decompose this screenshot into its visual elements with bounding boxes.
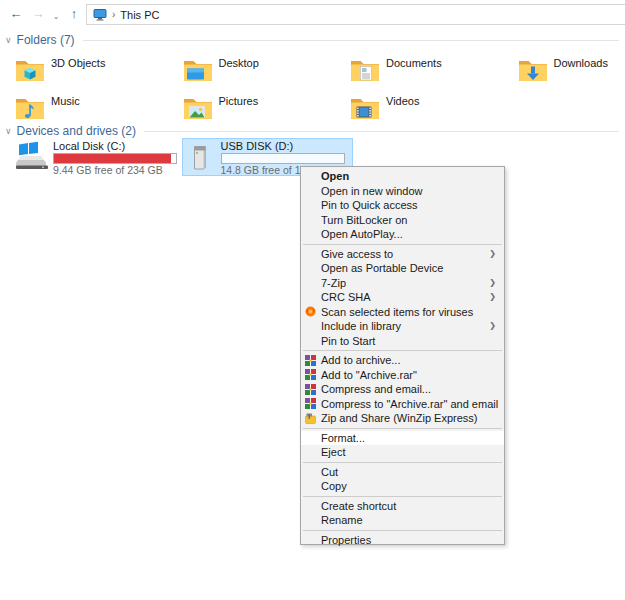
menu-item-label: Scan selected items for viruses bbox=[321, 306, 473, 318]
winrar-icon bbox=[305, 369, 316, 380]
folder-downloads-icon bbox=[517, 54, 549, 86]
menu-item-open-as-portable-device[interactable]: Open as Portable Device bbox=[301, 261, 504, 276]
drives-group-title: Devices and drives (2) bbox=[17, 124, 136, 138]
file-explorer-window: ← → ⌄ ↑ › This PC ∨ Folders (7) bbox=[0, 0, 625, 600]
menu-item-pin-to-quick-access[interactable]: Pin to Quick access bbox=[301, 198, 504, 213]
folder-tile-3d-objects[interactable]: 3D Objects bbox=[14, 54, 176, 88]
folder-label: Desktop bbox=[219, 54, 259, 69]
forward-button[interactable]: → bbox=[30, 6, 46, 22]
folder-tile-downloads[interactable]: Downloads bbox=[517, 54, 625, 88]
folder-tile-videos[interactable]: Videos bbox=[349, 92, 511, 126]
folders-group-title: Folders (7) bbox=[17, 33, 75, 47]
menu-item-crc-sha[interactable]: CRC SHA bbox=[301, 290, 504, 305]
drive-usage-fill bbox=[54, 154, 171, 163]
menu-item-add-to-archive[interactable]: Add to archive... bbox=[301, 353, 504, 368]
menu-item-zip-and-share[interactable]: Zip and Share (WinZip Express) bbox=[301, 411, 504, 426]
drive-name: USB DISK (D:) bbox=[221, 140, 345, 152]
menu-item-label: Add to archive... bbox=[321, 354, 401, 366]
folder-music-icon bbox=[14, 92, 46, 124]
drive-name: Local Disk (C:) bbox=[53, 140, 177, 152]
menu-item-give-access-to[interactable]: Give access to bbox=[301, 247, 504, 262]
menu-item-cut[interactable]: Cut bbox=[301, 465, 504, 480]
address-bar[interactable]: › This PC bbox=[86, 4, 625, 25]
menu-item-create-shortcut[interactable]: Create shortcut bbox=[301, 499, 504, 514]
menu-separator bbox=[303, 428, 502, 429]
menu-separator bbox=[303, 496, 502, 497]
breadcrumb[interactable]: This PC bbox=[120, 9, 159, 21]
folder-tile-pictures[interactable]: Pictures bbox=[182, 92, 344, 126]
menu-item-open-autoplay[interactable]: Open AutoPlay... bbox=[301, 227, 504, 242]
breadcrumb-separator: › bbox=[112, 9, 115, 20]
menu-item-eject[interactable]: Eject bbox=[301, 445, 504, 460]
group-divider bbox=[83, 40, 619, 41]
menu-item-include-in-library[interactable]: Include in library bbox=[301, 319, 504, 334]
drive-usage-bar bbox=[221, 153, 345, 164]
menu-separator bbox=[303, 462, 502, 463]
winrar-icon bbox=[305, 384, 316, 395]
up-button[interactable]: ↑ bbox=[66, 6, 82, 22]
menu-item-copy[interactable]: Copy bbox=[301, 479, 504, 494]
folder-label: Downloads bbox=[554, 54, 608, 69]
menu-item-scan-for-viruses[interactable]: Scan selected items for viruses bbox=[301, 305, 504, 320]
folder-label: Documents bbox=[386, 54, 442, 69]
menu-item-format[interactable]: Format... bbox=[301, 431, 504, 446]
menu-separator bbox=[303, 244, 502, 245]
menu-item-7zip[interactable]: 7-Zip bbox=[301, 276, 504, 291]
menu-item-open[interactable]: Open bbox=[301, 169, 504, 184]
folders-group-header[interactable]: ∨ Folders (7) bbox=[5, 33, 619, 47]
drive-free-space: 9.44 GB free of 234 GB bbox=[53, 165, 177, 176]
drives-group-header[interactable]: ∨ Devices and drives (2) bbox=[5, 124, 619, 138]
group-divider bbox=[144, 131, 619, 132]
usb-drive-icon bbox=[184, 140, 216, 172]
folder-pictures-icon bbox=[182, 92, 214, 124]
winrar-icon bbox=[305, 398, 316, 409]
folder-label: Videos bbox=[386, 92, 419, 107]
avast-icon bbox=[305, 306, 316, 317]
menu-item-label: Zip and Share (WinZip Express) bbox=[321, 412, 478, 424]
menu-separator bbox=[303, 350, 502, 351]
menu-item-label: Add to "Archive.rar" bbox=[321, 369, 417, 381]
menu-item-open-in-new-window[interactable]: Open in new window bbox=[301, 184, 504, 199]
menu-item-add-to-archive-rar[interactable]: Add to "Archive.rar" bbox=[301, 368, 504, 383]
menu-item-label: Compress and email... bbox=[321, 383, 431, 395]
folder-label: Music bbox=[51, 92, 80, 107]
menu-item-turn-bitlocker-on[interactable]: Turn BitLocker on bbox=[301, 213, 504, 228]
folder-videos-icon bbox=[349, 92, 381, 124]
collapse-chevron-icon[interactable]: ∨ bbox=[5, 35, 12, 45]
this-pc-icon bbox=[93, 8, 107, 21]
menu-item-label: Compress to "Archive.rar" and email bbox=[321, 398, 498, 410]
menu-item-rename[interactable]: Rename bbox=[301, 513, 504, 528]
folder-tile-desktop[interactable]: Desktop bbox=[182, 54, 344, 88]
collapse-chevron-icon[interactable]: ∨ bbox=[5, 126, 12, 136]
winrar-icon bbox=[305, 355, 316, 366]
drive-tile-local-disk-c[interactable]: Local Disk (C:) 9.44 GB free of 234 GB bbox=[14, 138, 185, 176]
winzip-icon bbox=[305, 413, 316, 424]
folder-tile-music[interactable]: Music bbox=[14, 92, 176, 126]
menu-item-compress-and-email[interactable]: Compress and email... bbox=[301, 382, 504, 397]
menu-item-compress-to-archive-rar-and-email[interactable]: Compress to "Archive.rar" and email bbox=[301, 397, 504, 412]
menu-item-properties[interactable]: Properties bbox=[301, 533, 504, 548]
back-button[interactable]: ← bbox=[8, 6, 24, 22]
folder-desktop-icon bbox=[182, 54, 214, 86]
folder-3d-objects-icon bbox=[14, 54, 46, 86]
menu-item-pin-to-start[interactable]: Pin to Start bbox=[301, 334, 504, 349]
drive-usage-bar bbox=[53, 153, 177, 164]
recent-locations-dropdown-icon[interactable]: ⌄ bbox=[48, 9, 64, 25]
folder-label: Pictures bbox=[219, 92, 259, 107]
folders-grid: 3D Objects Desktop bbox=[14, 54, 625, 130]
menu-separator bbox=[303, 530, 502, 531]
local-disk-icon bbox=[16, 140, 48, 172]
folder-label: 3D Objects bbox=[51, 54, 105, 69]
folder-documents-icon bbox=[349, 54, 381, 86]
context-menu: Open Open in new window Pin to Quick acc… bbox=[300, 166, 505, 545]
folder-tile-documents[interactable]: Documents bbox=[349, 54, 511, 88]
